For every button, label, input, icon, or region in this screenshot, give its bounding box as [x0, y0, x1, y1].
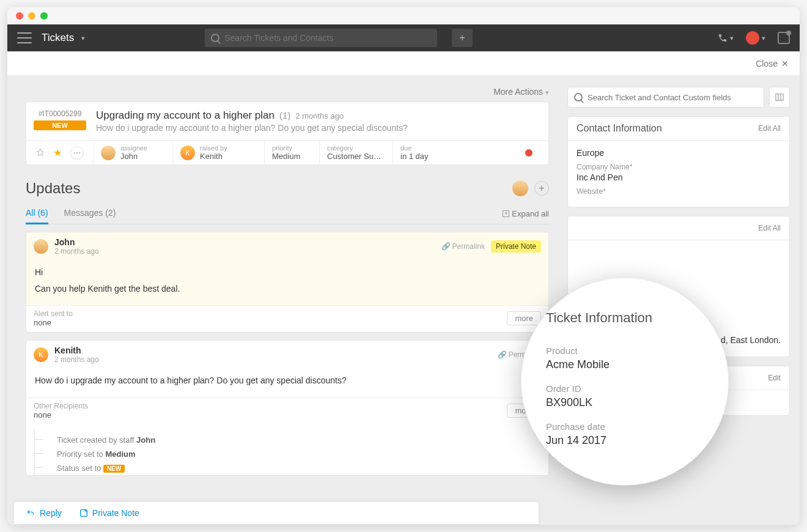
mac-titlebar [7, 7, 800, 24]
message-time: 2 months ago [54, 247, 99, 256]
search-icon [574, 93, 583, 102]
private-note-button[interactable]: Private Note [79, 508, 139, 518]
updates-tabs: All (6) Messages (2) + Expand all [26, 203, 549, 224]
viewer-avatar[interactable] [512, 180, 528, 196]
ticket-card: #IT00005299 NEW Upgrading my account to … [26, 102, 549, 165]
requester-name[interactable]: Kenith [200, 152, 227, 161]
more-actions-dropdown[interactable]: More Actions ▾ [26, 87, 549, 97]
assignee-avatar [101, 146, 116, 160]
category-value[interactable]: Customer Su… [327, 152, 381, 161]
chevron-down-icon: ▾ [81, 34, 85, 42]
global-search-input[interactable] [224, 33, 431, 43]
ticket-status-badge: NEW [34, 120, 86, 130]
link-icon: 🔗 [441, 242, 451, 251]
expand-all-button[interactable]: + Expand all [503, 203, 549, 224]
edit-button[interactable]: Edit [768, 374, 781, 382]
top-nav: Tickets ▾ + ▾ ▾ [7, 24, 800, 51]
new-ticket-button[interactable]: + [452, 29, 473, 47]
private-note-badge: Private Note [491, 240, 541, 253]
composer-bar: Reply Private Note [13, 501, 539, 525]
app-window: Tickets ▾ + ▾ ▾ Close ✕ Mo [7, 7, 800, 525]
ticket-info-magnifier: Ticket Information Product Acme Mobile O… [521, 278, 729, 486]
sub-bar: Close ✕ [7, 51, 800, 76]
phone-icon[interactable]: ▾ [718, 33, 734, 43]
edit-all-button[interactable]: Edit All [758, 124, 781, 133]
assignee-name[interactable]: John [120, 152, 147, 161]
star-icon[interactable]: ★ [53, 147, 62, 158]
message-body: Hi Can you help Kenith get the best deal… [26, 260, 548, 305]
tab-messages[interactable]: Messages (2) [64, 203, 116, 224]
tab-all[interactable]: All (6) [26, 203, 48, 224]
note-icon [79, 508, 89, 518]
chevron-down-icon: ▾ [545, 89, 549, 96]
edit-all-button[interactable]: Edit All [758, 224, 781, 232]
author-avatar: K [34, 347, 48, 362]
activity-log: Ticket created by staff John Priority se… [34, 429, 548, 475]
message-time: 2 months ago [54, 355, 99, 364]
priority-value[interactable]: Medium [272, 152, 300, 161]
requester-avatar: K [180, 146, 195, 160]
reply-icon [25, 509, 36, 517]
ticket-id: #IT00005299 [34, 109, 86, 118]
sla-indicator [525, 149, 532, 157]
main-content: More Actions ▾ #IT00005299 NEW Upgrading… [7, 76, 567, 525]
ticket-subtitle: How do i upgrade my account to a higher … [96, 123, 541, 133]
updates-heading: Updates [26, 180, 80, 197]
traffic-minimize[interactable] [28, 12, 35, 20]
permalink-button[interactable]: 🔗 Permalink [441, 242, 485, 251]
message-item: K Kenith 2 months ago 🔗 Permalink How do… [26, 340, 549, 476]
custom-field-search-input[interactable] [588, 93, 757, 102]
svg-rect-1 [776, 94, 783, 101]
search-icon [211, 34, 219, 42]
menu-icon[interactable] [17, 32, 32, 43]
traffic-maximize[interactable] [40, 12, 48, 20]
activity-panel-icon[interactable] [778, 32, 790, 44]
close-button[interactable]: Close ✕ [756, 59, 789, 68]
contact-info-panel: Contact Information Edit All Europe Comp… [567, 116, 790, 207]
chevron-down-icon: ▾ [762, 34, 765, 42]
columns-icon [775, 92, 784, 102]
author-name: John [54, 237, 99, 247]
custom-field-search[interactable] [567, 87, 764, 108]
expand-icon: + [503, 210, 509, 217]
message-item: John 2 months ago 🔗 Permalink Private No… [26, 232, 549, 333]
link-icon: 🔗 [498, 350, 507, 359]
layout-button[interactable] [769, 87, 790, 108]
author-name: Kenith [54, 345, 99, 355]
due-value: in 1 day [400, 152, 429, 161]
chevron-down-icon: ▾ [730, 34, 734, 42]
more-button[interactable]: more [507, 311, 541, 325]
close-icon: ✕ [781, 59, 789, 68]
author-avatar [34, 239, 48, 254]
traffic-close[interactable] [16, 12, 23, 20]
user-avatar[interactable]: ▾ [746, 31, 765, 45]
reply-button[interactable]: Reply [25, 508, 62, 518]
add-watcher-button[interactable]: + [534, 181, 549, 196]
global-search[interactable] [205, 29, 437, 47]
pin-icon[interactable] [35, 148, 45, 158]
message-body: How do i upgrade my account to a higher … [26, 369, 548, 397]
more-icon[interactable]: ⋯ [70, 146, 84, 160]
ticket-title[interactable]: Upgrading my account to a higher plan (1… [96, 109, 541, 122]
nav-title[interactable]: Tickets ▾ [42, 32, 85, 44]
